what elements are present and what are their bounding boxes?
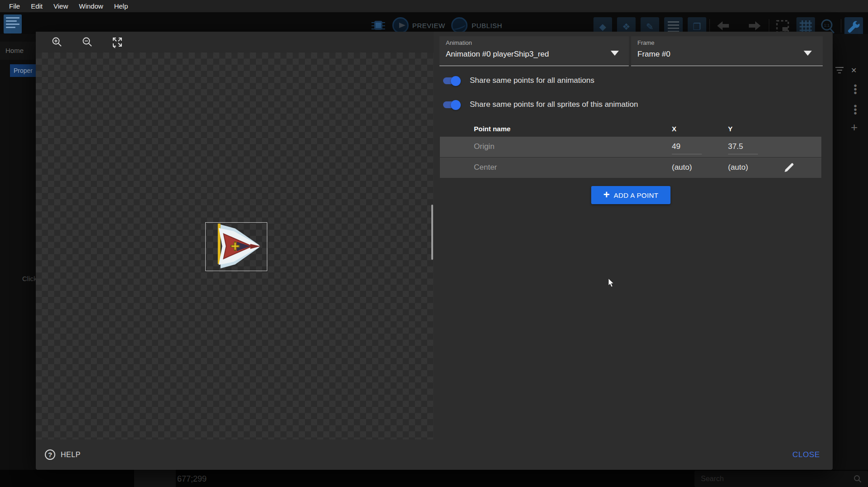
wrench-icon[interactable] [844,17,863,36]
app-screen: File Edit View Window Help PREVIEW PUBLI… [0,0,868,487]
more-options-icon[interactable]: ••• [854,84,857,95]
menu-help[interactable]: Help [109,2,134,10]
left-panel-background [0,34,36,470]
mouse-cursor [608,278,615,288]
redo-icon[interactable] [742,20,761,32]
preview-button[interactable]: PREVIEW [412,22,445,29]
canvas-scrollbar[interactable] [431,205,433,260]
column-header-point-name: Point name [474,125,511,133]
fit-to-screen-icon[interactable] [111,36,123,48]
point-name: Origin [474,142,494,151]
menu-edit[interactable]: Edit [25,2,48,10]
frame-select-value: Frame #0 [637,50,670,59]
column-header-x: X [672,125,676,133]
sprite-bounding-box [205,222,267,271]
project-manager-icon[interactable] [4,14,22,33]
add-point-button[interactable]: + ADD A POINT [591,186,670,204]
properties-hint-text: Click [22,275,36,282]
right-panel-background [833,34,868,470]
edit-points-dialog: Animation Animation #0 playerShip3_red F… [36,32,833,470]
zoom-in-icon[interactable] [51,36,63,48]
share-points-all-animations-toggle[interactable] [443,77,459,84]
zoom-out-icon[interactable] [82,36,93,48]
animation-select-value: Animation #0 playerShip3_red [446,50,549,59]
search-icon [854,475,862,483]
chevron-down-icon [611,51,619,56]
sprite-canvas[interactable] [36,53,434,439]
search-bar[interactable]: Search [694,471,868,487]
help-button[interactable]: ? HELP [45,449,81,460]
frame-select-label: Frame [637,39,655,46]
help-icon: ? [45,449,55,460]
cursor-coordinates: 677;299 [177,474,207,484]
undo-icon[interactable] [717,20,736,32]
search-input[interactable]: Search [701,475,854,483]
menu-file[interactable]: File [4,2,25,10]
publish-button[interactable]: PUBLISH [472,22,502,29]
tab-home[interactable]: Home [5,47,24,54]
tab-properties[interactable]: Proper [10,64,36,77]
svg-text:1:1: 1:1 [824,23,830,28]
frame-select[interactable]: Frame Frame #0 [631,36,823,66]
publish-globe-icon[interactable] [451,17,468,33]
filter-icon[interactable] [835,67,844,73]
menu-view[interactable]: View [48,2,73,10]
close-panel-icon[interactable]: ✕ [851,66,857,75]
table-row-origin[interactable]: Origin 49 37.5 [440,137,821,157]
chevron-down-icon [804,51,812,56]
status-block [134,470,176,487]
plus-icon: + [603,190,610,200]
column-header-y: Y [728,125,733,133]
share-points-all-animations-label: Share same points for all animations [470,76,594,85]
menu-bar: File Edit View Window Help [0,0,868,12]
add-icon[interactable]: + [851,120,858,134]
dialog-bottom-bar: ? HELP CLOSE [36,439,833,470]
debug-icon[interactable] [371,18,386,33]
share-points-all-sprites-label: Share same points for all sprites of thi… [470,100,638,109]
point-x-value: (auto) [672,163,692,172]
edit-point-icon[interactable] [784,162,794,172]
canvas-toolbar [36,32,434,53]
point-name: Center [474,163,497,172]
point-y-value: (auto) [728,163,748,172]
animation-select-label: Animation [446,39,472,46]
table-row-center[interactable]: Center (auto) (auto) [440,158,821,178]
point-y-field[interactable]: 37.5 [728,142,743,151]
menu-window[interactable]: Window [73,2,108,10]
close-button[interactable]: CLOSE [792,450,820,459]
more-options-icon[interactable]: ••• [854,104,857,115]
player-ship-sprite [206,223,267,271]
share-points-all-sprites-toggle[interactable] [443,101,459,108]
preview-play-icon[interactable] [392,17,409,33]
point-x-field[interactable]: 49 [672,142,680,151]
animation-select[interactable]: Animation Animation #0 playerShip3_red [439,36,629,66]
